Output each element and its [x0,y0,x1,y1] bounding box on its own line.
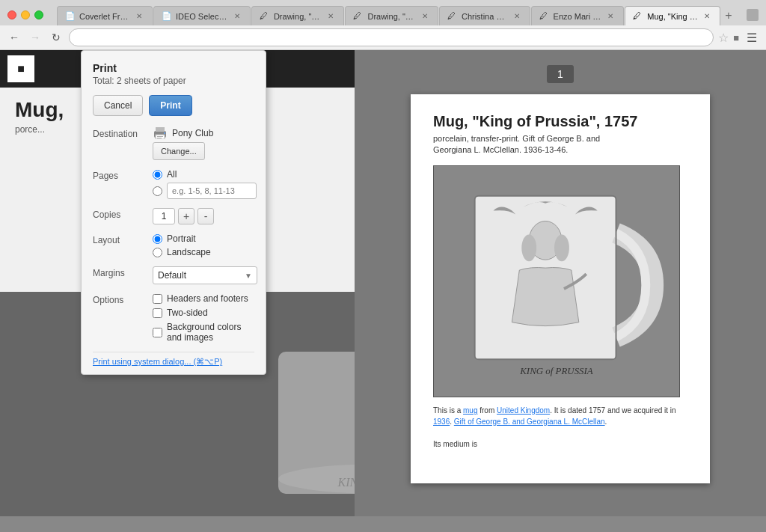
options-label: Options [93,293,153,305]
pages-radio-group: All [153,169,257,199]
copies-row: Copies 1 + - [93,208,254,224]
option-headers-row: Headers and footers [153,293,254,304]
tab-label-coverlet: Coverlet Fragment, ... [79,12,130,21]
preview-mug-svg: KING of PRUSSIA [434,165,679,397]
pages-control: All [153,169,257,199]
minimize-button[interactable] [21,10,30,19]
url-bar[interactable] [69,28,714,46]
tab-close-ideo[interactable]: ✕ [232,11,242,22]
pages-range-radio[interactable] [153,186,162,196]
tab-favicon-enzo: 🖊 [539,11,550,22]
option-background-row: Background colors and images [153,322,254,343]
maximize-button[interactable] [34,10,43,19]
preview-article-title: Mug, "King of Prussia", 1757 [433,113,687,130]
tab-favicon-coverlet: 📄 [65,11,76,22]
preview-text-3: . It is dated 1757 and we acquired it in [550,406,675,415]
pages-row: Pages All [93,169,254,199]
copies-spinner: 1 + - [153,208,254,224]
new-tab-button[interactable]: + [723,6,735,25]
margins-control: Default ▼ [153,266,257,284]
svg-rect-8 [157,138,162,138]
preview-mug-image: KING of PRUSSIA [433,165,680,397]
preview-link-mug[interactable]: mug [463,406,477,415]
option-background-checkbox[interactable] [153,328,162,337]
chevron-down-icon: ▼ [245,272,252,280]
pages-all-radio[interactable] [153,170,162,180]
browser-resize-button[interactable] [747,9,759,21]
tab-label-enzo: Enzo Mari | People... [554,12,602,21]
options-control: Headers and footers Two-sided Background… [153,293,254,343]
tab-favicon-christina: 🖊 [447,11,458,22]
tab-enzo[interactable]: 🖊 Enzo Mari | People... ✕ [531,6,625,25]
option-headers-checkbox[interactable] [153,294,162,304]
preview-text-5: . [605,418,607,426]
tab-label-drawing2: Drawing, "House w... [367,12,416,21]
tab-close-mug[interactable]: ✕ [702,11,712,22]
margins-select[interactable]: Default ▼ [153,266,257,284]
tab-drawing2[interactable]: 🖊 Drawing, "House w... ✕ [345,6,438,25]
pages-range-input[interactable] [167,183,257,199]
navigation-bar: ← → ↻ ☆ ■ ☰ [0,25,766,50]
menu-icon[interactable]: ☰ [744,29,760,46]
tab-christina[interactable]: 🖊 Christina Malman ... ✕ [439,6,530,25]
layout-portrait-row: Portrait [153,233,254,244]
preview-page: Mug, "King of Prussia", 1757 porcelain, … [411,94,710,483]
margins-value: Default [158,270,186,281]
extensions-icon[interactable]: ■ [733,32,739,43]
pages-range-row [153,183,257,199]
system-dialog-link[interactable]: Print using system dialog... (⌘⌥P) [93,352,254,367]
bookmark-star[interactable]: ☆ [718,31,729,45]
tab-mug[interactable]: 🖊 Mug, "King of Pruss... ✕ [625,6,720,25]
copies-value: 1 [153,208,175,224]
layout-radio-group: Portrait Landscape [153,233,254,257]
preview-text-1: This is a [433,406,463,415]
forward-button[interactable]: → [27,29,43,46]
tab-label-drawing1: Drawing, "House w... [274,12,322,21]
layout-landscape-label: Landscape [167,247,211,257]
svg-point-13 [521,234,536,261]
tab-ideo[interactable]: 📄 IDEO Selects: Works... ✕ [153,6,251,25]
copies-increment-button[interactable]: + [178,208,194,224]
back-button[interactable]: ← [6,29,22,46]
tab-close-christina[interactable]: ✕ [512,11,522,22]
destination-row: Destination Pony Club Change... [93,127,254,160]
tab-label-christina: Christina Malman ... [462,12,508,21]
tab-drawing1[interactable]: 🖊 Drawing, "House w... ✕ [251,6,345,25]
layout-portrait-label: Portrait [167,233,196,244]
layout-portrait-radio[interactable] [153,234,162,244]
svg-rect-7 [157,136,163,137]
tab-favicon-drawing2: 🖊 [353,11,364,22]
change-destination-button[interactable]: Change... [153,142,205,160]
pages-all-label: All [167,169,177,180]
site-logo[interactable]: ■ [7,55,34,82]
page-content: ■ Mug, porce... KING of PRUSSIA Print To… [0,50,766,516]
preview-text-2: from [477,406,497,415]
reload-button[interactable]: ↻ [48,29,64,46]
option-background-label: Background colors and images [167,322,254,343]
layout-label: Layout [93,233,153,245]
tab-close-drawing1[interactable]: ✕ [325,11,336,22]
copies-decrement-button[interactable]: - [197,208,214,224]
preview-link-gift[interactable]: Gift of George B. and Georgiana L. McCle… [454,418,605,426]
tab-coverlet[interactable]: 📄 Coverlet Fragment, ... ✕ [57,6,153,25]
option-twosided-checkbox[interactable] [153,308,162,318]
pages-all-row: All [153,169,257,180]
preview-link-year[interactable]: 1936 [433,418,450,426]
margins-row: Margins Default ▼ [93,266,254,284]
svg-text:KING of PRUSSIA: KING of PRUSSIA [519,365,593,376]
print-button[interactable]: Print [149,95,192,116]
cancel-button[interactable]: Cancel [93,95,143,116]
destination-value: Pony Club [172,128,213,138]
print-total-value: 2 sheets of paper [117,76,186,86]
close-button[interactable] [7,10,16,19]
tab-close-drawing2[interactable]: ✕ [420,11,430,22]
layout-landscape-radio[interactable] [153,248,162,257]
print-dialog: Print Total: 2 sheets of paper Cancel Pr… [81,50,266,375]
tab-favicon-drawing1: 🖊 [260,11,270,22]
tab-close-enzo[interactable]: ✕ [605,11,616,22]
tab-close-coverlet[interactable]: ✕ [134,11,144,22]
preview-link-uk[interactable]: United Kingdom [497,406,550,415]
tab-favicon-ideo: 📄 [162,11,172,22]
copies-label: Copies [93,208,153,220]
option-headers-label: Headers and footers [167,293,248,304]
